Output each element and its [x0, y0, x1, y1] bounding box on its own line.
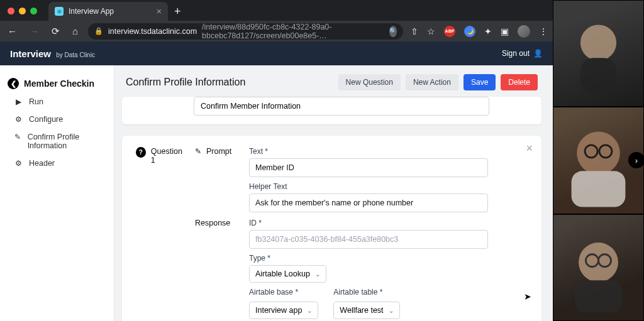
airtable-table-label: Airtable table — [333, 288, 399, 297]
url-host: interview.tsdataclinic.com — [108, 27, 197, 36]
window-max-dot[interactable] — [30, 8, 37, 14]
participant-video[interactable] — [553, 214, 644, 321]
card-close-icon[interactable]: × — [526, 142, 533, 155]
sign-out-label: Sign out — [502, 49, 530, 58]
banner-card: Confirm Member Information — [122, 97, 541, 124]
response-section-label: Response — [195, 219, 230, 321]
participant-video[interactable] — [553, 0, 644, 107]
nav-home-icon[interactable]: ⌂ — [70, 24, 80, 38]
pencil-icon[interactable]: ✎ — [195, 147, 201, 212]
address-bar[interactable]: 🔒 interview.tsdataclinic.com/interview/8… — [88, 23, 403, 40]
response-id-input[interactable]: fb32407a-c035-4036-bf84-455a3fe80bc3 — [249, 230, 488, 249]
airtable-table-value: Wellfare test — [340, 306, 383, 315]
brand-sub: by Data Clinic — [56, 52, 95, 58]
sidebar-item-label: Run — [29, 97, 43, 106]
window-close-dot[interactable] — [8, 8, 14, 14]
sidebar-back-icon[interactable]: ❮ — [8, 78, 19, 89]
type-field-label: Type — [249, 254, 528, 263]
sidebar: ❮ Member Checkin ▶ Run ⚙ Configure ✎ Con… — [0, 65, 114, 321]
id-field-label: ID — [249, 219, 528, 227]
help-icon[interactable]: ? — [136, 147, 146, 158]
window-min-dot[interactable] — [19, 8, 26, 14]
lock-icon: 🔒 — [94, 27, 103, 35]
nav-back-icon[interactable]: ← — [5, 24, 19, 38]
sidebar-item-header[interactable]: ⚙ Header — [0, 155, 114, 172]
svg-point-0 — [580, 24, 616, 60]
star-icon[interactable]: ☆ — [427, 26, 435, 36]
app-header: Interview by Data Clinic Sign out 👤 — [0, 41, 553, 65]
sidebar-item-configure[interactable]: ⚙ Configure — [0, 111, 114, 128]
window-controls — [8, 8, 37, 14]
airtable-base-select[interactable]: Interview app ⌄ — [249, 302, 318, 319]
airtable-base-value: Interview app — [255, 306, 302, 315]
prompt-section-label: Prompt — [206, 147, 231, 212]
new-question-button[interactable]: New Question — [338, 74, 401, 90]
sidebar-item-run[interactable]: ▶ Run — [0, 93, 114, 111]
sidebar-item-label: Configure — [29, 115, 63, 124]
nav-reload-icon[interactable]: ⟳ — [49, 24, 62, 38]
save-button[interactable]: Save — [464, 74, 496, 90]
new-tab-button[interactable]: + — [174, 5, 181, 18]
kebab-menu-icon[interactable]: ⋮ — [539, 26, 548, 36]
share-icon[interactable]: ⇧ — [411, 26, 418, 36]
sign-out-button[interactable]: Sign out 👤 — [502, 49, 543, 58]
airtable-table-select[interactable]: Wellfare test ⌄ — [333, 302, 399, 319]
helper-field-label: Helper Text — [249, 182, 528, 191]
chevron-down-icon: ⌄ — [307, 307, 312, 314]
brand: Interview by Data Clinic — [10, 48, 95, 59]
main-content: Confirm Profile Information New Question… — [114, 65, 553, 321]
airtable-base-label: Airtable base — [249, 288, 318, 297]
prompt-text-input[interactable]: Member ID — [249, 158, 488, 177]
browser-tab-strip: ⚛ Interview App × + — [0, 0, 553, 21]
search-in-url-icon[interactable]: 🔍 — [389, 26, 397, 37]
nav-forward-icon[interactable]: → — [27, 24, 42, 38]
helper-text-input[interactable]: Ask for the member's name or phone numbe… — [249, 193, 488, 212]
user-icon: 👤 — [533, 49, 543, 58]
extension-icon[interactable]: 🌙 — [464, 26, 475, 37]
edit-icon: ✎ — [14, 133, 21, 141]
svg-rect-3 — [572, 171, 626, 207]
tab-close-icon[interactable]: × — [157, 6, 162, 16]
type-select[interactable]: Airtable Lookup ⌄ — [249, 265, 326, 283]
delete-button[interactable]: Delete — [501, 74, 538, 90]
play-icon: ▶ — [14, 97, 23, 106]
sidebar-title-label: Member Checkin — [24, 79, 94, 89]
browser-toolbar: ← → ⟳ ⌂ 🔒 interview.tsdataclinic.com/int… — [0, 21, 553, 41]
profile-avatar-icon[interactable] — [518, 25, 530, 38]
browser-tab[interactable]: ⚛ Interview App × — [48, 2, 168, 21]
tab-title: Interview App — [69, 7, 114, 16]
banner-title-input[interactable]: Confirm Member Information — [194, 97, 489, 116]
panel-icon[interactable]: ▣ — [501, 26, 509, 36]
question-badge: Question 1 — [151, 147, 186, 212]
svg-point-2 — [577, 132, 620, 175]
gear-icon: ⚙ — [14, 115, 23, 124]
chevron-down-icon: ⌄ — [315, 271, 320, 278]
text-field-label: Text — [249, 147, 528, 156]
next-arrow-icon[interactable]: › — [628, 152, 644, 168]
video-call-panel: › — [553, 0, 644, 321]
chevron-down-icon: ⌄ — [389, 307, 394, 314]
sidebar-item-label: Header — [29, 159, 55, 168]
type-select-value: Airtable Lookup — [255, 269, 310, 278]
sidebar-title: ❮ Member Checkin — [0, 74, 114, 93]
page-title: Confirm Profile Information — [126, 77, 245, 88]
svg-rect-7 — [575, 280, 621, 312]
gear-icon: ⚙ — [14, 159, 23, 168]
url-path: /interview/88d950fc-cb8c-4322-89a0-bbceb… — [202, 23, 379, 40]
react-favicon-icon: ⚛ — [55, 7, 64, 16]
svg-rect-1 — [580, 58, 616, 94]
participant-video[interactable]: › — [553, 107, 644, 214]
sidebar-item-label: Confirm Profile Information — [28, 133, 105, 150]
sidebar-item-confirm-profile[interactable]: ✎ Confirm Profile Information — [0, 128, 114, 155]
extensions-puzzle-icon[interactable]: ✦ — [484, 26, 492, 36]
question-card: × ? Question 1 ✎ Prompt Text Member ID H… — [122, 136, 541, 321]
new-action-button[interactable]: New Action — [406, 74, 458, 90]
brand-main: Interview — [10, 48, 51, 59]
abp-extension-icon[interactable]: ABP — [444, 26, 455, 37]
